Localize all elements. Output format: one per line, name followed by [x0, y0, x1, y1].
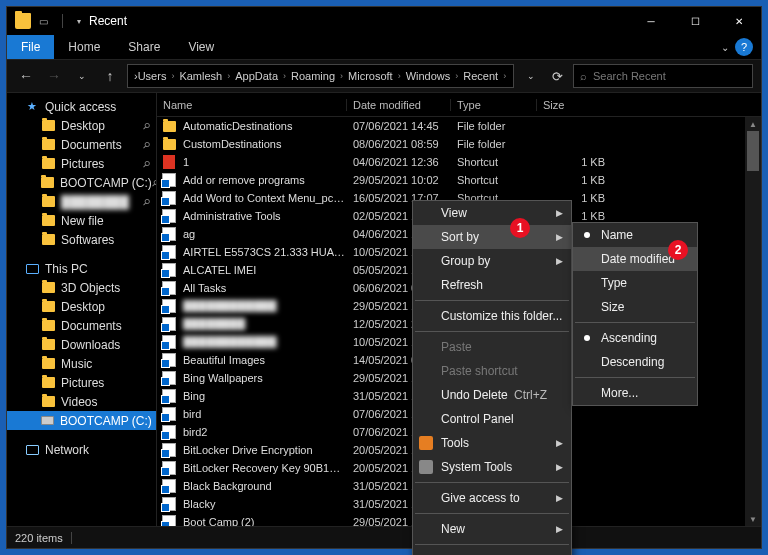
crumb[interactable]: Kamlesh›: [179, 70, 235, 82]
sidebar-item[interactable]: Pictures: [7, 373, 156, 392]
crumb[interactable]: Windows›: [406, 70, 464, 82]
file-name: ALCATEL IMEI: [183, 264, 347, 276]
file-name: Add Word to Context Menu_pcguide4u.c...: [183, 192, 347, 204]
pin-icon: ⚲: [140, 119, 152, 131]
sidebar-item[interactable]: Desktop⚲: [7, 116, 156, 135]
file-icon: [161, 172, 177, 188]
file-type: Shortcut: [451, 156, 537, 168]
search-input[interactable]: ⌕ Search Recent: [573, 64, 753, 88]
vertical-scrollbar[interactable]: ▲ ▼: [745, 117, 761, 526]
ctx-control-panel[interactable]: Control Panel: [413, 407, 571, 431]
quick-access-toolbar: ▭ ▾: [39, 14, 81, 28]
ctx-system-tools[interactable]: System Tools▶: [413, 455, 571, 479]
sidebar-icon: [41, 119, 55, 133]
sidebar-icon: [41, 319, 55, 333]
ctx-properties[interactable]: Properties: [413, 548, 571, 555]
file-date: 29/05/2021 10:02: [347, 174, 451, 186]
scroll-down-icon[interactable]: ▼: [745, 512, 761, 526]
scroll-thumb[interactable]: [747, 131, 759, 171]
sub-descending[interactable]: Descending: [573, 350, 697, 374]
ctx-group-by[interactable]: Group by▶: [413, 249, 571, 273]
sidebar-item[interactable]: Music: [7, 354, 156, 373]
ribbon-expand-icon[interactable]: ⌄: [721, 42, 729, 53]
sidebar-item[interactable]: This PC: [7, 259, 156, 278]
header-name[interactable]: Name: [157, 99, 347, 111]
sidebar-item[interactable]: Downloads: [7, 335, 156, 354]
sidebar-item[interactable]: Documents: [7, 316, 156, 335]
help-button[interactable]: ?: [735, 38, 753, 56]
chevron-right-icon: ▶: [556, 462, 563, 472]
ctx-new[interactable]: New▶: [413, 517, 571, 541]
file-row[interactable]: AutomaticDestinations07/06/2021 14:45Fil…: [157, 117, 745, 135]
qat-dropdown-icon[interactable]: ▾: [77, 17, 81, 26]
ctx-undo-delete[interactable]: Undo DeleteCtrl+Z: [413, 383, 571, 407]
crumb[interactable]: Microsoft›: [348, 70, 406, 82]
tab-share[interactable]: Share: [114, 36, 174, 58]
sidebar-item[interactable]: Pictures⚲: [7, 154, 156, 173]
sub-more[interactable]: More...: [573, 381, 697, 405]
sidebar-item[interactable]: ★Quick access: [7, 97, 156, 116]
sidebar-item[interactable]: BOOTCAMP (C:): [7, 411, 156, 430]
crumb[interactable]: Users›: [138, 70, 180, 82]
sub-type[interactable]: Type: [573, 271, 697, 295]
sidebar-item[interactable]: ████████⚲: [7, 192, 156, 211]
forward-button[interactable]: →: [43, 68, 65, 84]
file-name: ag: [183, 228, 347, 240]
sub-size[interactable]: Size: [573, 295, 697, 319]
ctx-view[interactable]: View▶: [413, 201, 571, 225]
system-tools-icon: [419, 460, 433, 474]
ctx-sort-by[interactable]: Sort by▶: [413, 225, 571, 249]
recent-locations-icon[interactable]: ⌄: [71, 71, 93, 81]
header-date[interactable]: Date modified: [347, 99, 451, 111]
crumb[interactable]: Recent›: [463, 70, 511, 82]
ctx-give-access[interactable]: Give access to▶: [413, 486, 571, 510]
maximize-button[interactable]: ☐: [673, 7, 717, 35]
sidebar-icon: [41, 176, 54, 190]
close-button[interactable]: ✕: [717, 7, 761, 35]
ctx-refresh[interactable]: Refresh: [413, 273, 571, 297]
tab-home[interactable]: Home: [54, 36, 114, 58]
breadcrumb[interactable]: ›Users›Kamlesh›AppData›Roaming›Microsoft…: [127, 64, 514, 88]
file-icon: [161, 334, 177, 350]
sidebar-icon: [41, 376, 55, 390]
ctx-customize[interactable]: Customize this folder...: [413, 304, 571, 328]
sidebar-item[interactable]: Network: [7, 440, 156, 459]
file-row[interactable]: CustomDestinations08/06/2021 08:59File f…: [157, 135, 745, 153]
ctx-sep: [415, 513, 569, 514]
file-name: AIRTEL E5573CS 21.333 HUAWEI WEBUI: [183, 246, 347, 258]
crumb[interactable]: AppData›: [235, 70, 291, 82]
sub-ascending[interactable]: Ascending: [573, 326, 697, 350]
ctx-tools[interactable]: Tools▶: [413, 431, 571, 455]
file-name: Beautiful Images: [183, 354, 347, 366]
annotation-marker-2: 2: [668, 240, 688, 260]
sub-sep: [575, 377, 695, 378]
sidebar-item[interactable]: Documents⚲: [7, 135, 156, 154]
sidebar-item[interactable]: Videos: [7, 392, 156, 411]
ctx-sep: [415, 544, 569, 545]
file-row[interactable]: 104/06/2021 12:36Shortcut1 KB: [157, 153, 745, 171]
sidebar-item[interactable]: Desktop: [7, 297, 156, 316]
file-row[interactable]: Add or remove programs29/05/2021 10:02Sh…: [157, 171, 745, 189]
refresh-button[interactable]: ⟳: [552, 69, 563, 84]
sidebar-item[interactable]: Softwares: [7, 230, 156, 249]
pin-icon: ⚲: [140, 138, 152, 150]
header-size[interactable]: Size: [537, 99, 617, 111]
back-button[interactable]: ←: [15, 68, 37, 84]
qat-props-icon[interactable]: ▭: [39, 16, 48, 27]
up-button[interactable]: ↑: [99, 68, 121, 84]
chevron-right-icon: ▶: [556, 438, 563, 448]
nav-pane: ★Quick accessDesktop⚲Documents⚲Pictures⚲…: [7, 93, 157, 526]
crumb[interactable]: Roaming›: [291, 70, 348, 82]
minimize-button[interactable]: ─: [629, 7, 673, 35]
sidebar-item[interactable]: BOOTCAMP (C:)⚲: [7, 173, 156, 192]
scroll-up-icon[interactable]: ▲: [745, 117, 761, 131]
file-icon: [161, 118, 177, 134]
sidebar-item[interactable]: 3D Objects: [7, 278, 156, 297]
tab-file[interactable]: File: [7, 35, 54, 59]
file-name: 1: [183, 156, 347, 168]
sidebar-icon: [25, 262, 39, 276]
tab-view[interactable]: View: [174, 36, 228, 58]
header-type[interactable]: Type: [451, 99, 537, 111]
sidebar-item[interactable]: New file: [7, 211, 156, 230]
breadcrumb-dropdown-icon[interactable]: ⌄: [520, 71, 542, 81]
